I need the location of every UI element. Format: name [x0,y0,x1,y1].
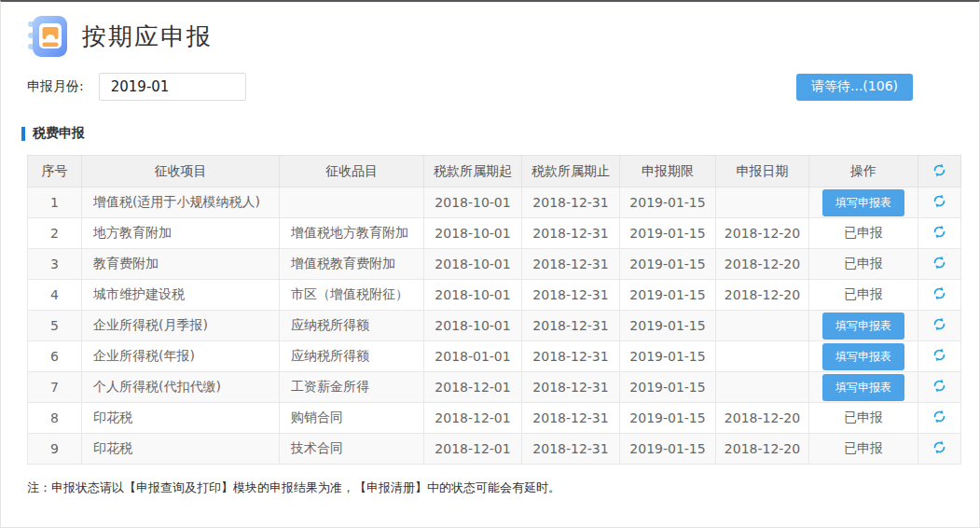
page-header: 按期应申报 [27,15,960,58]
table-row: 4 城市维护建设税 市区（增值税附征） 2018-10-01 2018-12-3… [28,280,961,311]
period-start: 2018-10-01 [424,311,522,341]
row-refresh-cell [918,311,961,341]
section-header: 税费申报 [21,125,960,142]
refresh-row-icon[interactable] [932,348,946,362]
tax-item: 企业所得税(月季报) [82,311,280,341]
row-index: 2 [28,218,82,249]
period-start: 2018-10-01 [424,249,522,280]
declare-date [716,188,809,218]
declare-date [716,341,809,372]
declared-status: 已申报 [844,225,883,240]
period-start: 2018-01-01 [424,341,522,372]
period-end: 2018-12-31 [522,249,620,280]
action-cell: 已申报 [809,218,918,249]
row-refresh-cell [918,188,961,218]
deadline: 2019-01-15 [620,249,716,280]
refresh-row-icon[interactable] [932,440,946,454]
refresh-row-icon[interactable] [932,317,946,331]
waiting-button[interactable]: 请等待...(106) [796,74,913,101]
deadline: 2019-01-15 [620,372,716,403]
declare-month-input[interactable] [99,73,246,101]
status-note: 注：申报状态请以【申报查询及打印】模块的申报结果为准，【申报清册】中的状态可能会… [27,479,960,496]
refresh-row-icon[interactable] [932,256,946,270]
col-header-deadline: 申报期限 [620,156,716,188]
period-end: 2018-12-31 [522,280,620,311]
col-header-item: 征收项目 [82,156,280,188]
declare-date [716,372,809,403]
period-end: 2018-12-31 [522,434,620,465]
period-start: 2018-10-01 [424,218,522,249]
col-header-period-start: 税款所属期起 [424,156,522,188]
deadline: 2019-01-15 [620,403,716,434]
period-start: 2018-12-01 [424,403,522,434]
tax-category [280,188,424,218]
filter-row: 申报月份: 请等待...(106) [27,73,960,101]
col-header-category: 征收品目 [280,156,424,188]
section-title: 税费申报 [33,125,85,142]
row-refresh-cell [918,434,961,465]
tax-item: 城市维护建设税 [82,280,280,311]
tax-item: 增值税(适用于小规模纳税人) [82,188,280,218]
table-row: 3 教育费附加 增值税教育费附加 2018-10-01 2018-12-31 2… [28,249,961,280]
action-cell: 填写申报表 [809,311,918,341]
refresh-row-icon[interactable] [932,225,946,239]
tax-item: 地方教育附加 [82,218,280,249]
action-cell: 填写申报表 [809,188,918,218]
tax-category: 增值税地方教育附加 [280,218,424,249]
period-end: 2018-12-31 [522,311,620,341]
fill-declaration-button[interactable]: 填写申报表 [822,313,904,340]
col-header-declare-date: 申报日期 [716,156,809,188]
period-start: 2018-12-01 [424,372,522,403]
col-header-action: 操作 [809,156,918,188]
period-end: 2018-12-31 [522,372,620,403]
action-cell: 已申报 [809,403,918,434]
col-header-no: 序号 [28,156,82,188]
tax-category: 应纳税所得额 [280,311,424,341]
row-refresh-cell [918,249,961,280]
refresh-row-icon[interactable] [932,286,946,300]
table-row: 5 企业所得税(月季报) 应纳税所得额 2018-10-01 2018-12-3… [28,311,961,341]
period-end: 2018-12-31 [522,188,620,218]
declare-date: 2018-12-20 [716,280,809,311]
col-header-refresh [918,156,961,188]
table-row: 6 企业所得税(年报) 应纳税所得额 2018-01-01 2018-12-31… [28,341,961,372]
row-refresh-cell [918,280,961,311]
table-row: 7 个人所得税(代扣代缴) 工资薪金所得 2018-12-01 2018-12-… [28,372,961,403]
row-index: 7 [28,372,82,403]
refresh-all-icon[interactable] [932,163,946,177]
tax-item: 企业所得税(年报) [82,341,280,372]
period-start: 2018-12-01 [424,434,522,465]
tax-category: 技术合同 [280,434,424,465]
col-header-period-end: 税款所属期止 [522,156,620,188]
tax-category: 工资薪金所得 [280,372,424,403]
refresh-row-icon[interactable] [932,194,946,208]
deadline: 2019-01-15 [620,434,716,465]
deadline: 2019-01-15 [620,188,716,218]
fill-declaration-button[interactable]: 填写申报表 [822,189,904,216]
declared-status: 已申报 [844,410,883,424]
table-row: 2 地方教育附加 增值税地方教育附加 2018-10-01 2018-12-31… [28,218,961,249]
fill-declaration-button[interactable]: 填写申报表 [822,374,904,401]
declare-date: 2018-12-20 [716,403,809,434]
period-end: 2018-12-31 [522,403,620,434]
refresh-row-icon[interactable] [932,410,946,424]
action-cell: 已申报 [809,434,918,465]
deadline: 2019-01-15 [620,280,716,311]
table-row: 9 印花税 技术合同 2018-12-01 2018-12-31 2019-01… [28,434,961,465]
declared-status: 已申报 [844,256,883,271]
deadline: 2019-01-15 [620,341,716,372]
table-row: 1 增值税(适用于小规模纳税人) 2018-10-01 2018-12-31 2… [28,188,961,218]
declare-date: 2018-12-20 [716,218,809,249]
refresh-row-icon[interactable] [932,379,946,393]
notebook-report-icon [27,15,68,58]
tax-category: 应纳税所得额 [280,341,424,372]
row-index: 1 [28,188,82,218]
row-index: 8 [28,403,82,434]
fill-declaration-button[interactable]: 填写申报表 [822,343,904,370]
period-end: 2018-12-31 [522,341,620,372]
action-cell: 已申报 [809,249,918,280]
row-refresh-cell [918,218,961,249]
tax-category: 增值税教育费附加 [280,249,424,280]
declare-date [716,311,809,341]
tax-declaration-table: 序号 征收项目 征收品目 税款所属期起 税款所属期止 申报期限 申报日期 操作 [27,155,961,465]
